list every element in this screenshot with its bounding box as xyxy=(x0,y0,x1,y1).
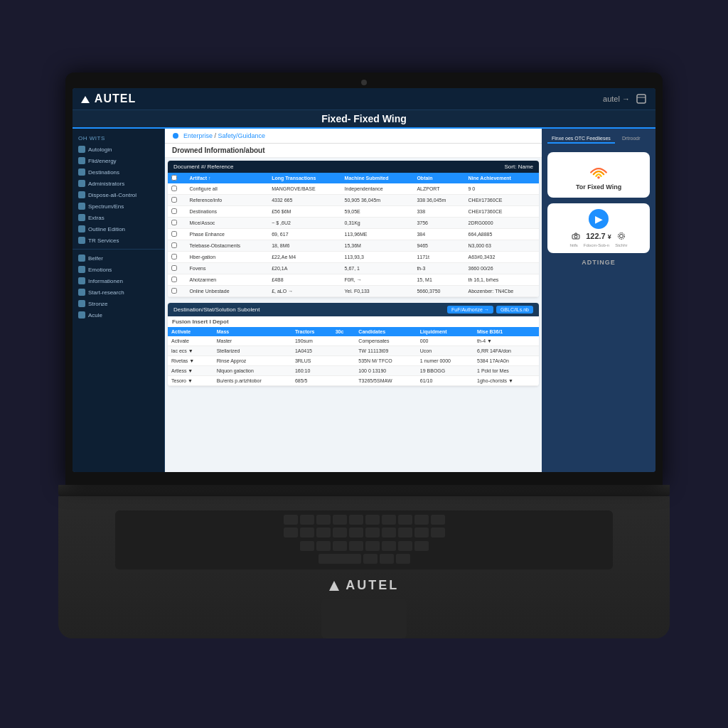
sidebar-item-info[interactable]: Informationen xyxy=(73,275,164,287)
content-title: Drowned Information/about xyxy=(165,144,542,158)
row-check[interactable] xyxy=(168,240,186,252)
brow-activate[interactable]: Activate xyxy=(168,336,213,346)
row-machine: 113,93,3 xyxy=(341,252,414,263)
select-all-checkbox[interactable] xyxy=(171,175,177,181)
brow-activate[interactable]: Rivetas ▼ xyxy=(168,356,213,366)
row-check[interactable] xyxy=(168,274,186,286)
brow-activate[interactable]: lac ecs ▼ xyxy=(168,346,213,356)
sidebar-item-destinations[interactable]: Destinations xyxy=(73,166,164,178)
row-nine: 9 0 xyxy=(465,183,539,195)
laptop-screen: AUTEL autel → Fixed- Fixed Wing xyxy=(73,88,655,472)
bcol-activate[interactable]: Activate xyxy=(168,327,213,336)
key xyxy=(396,554,410,564)
header-right: autel → xyxy=(603,93,647,105)
sidebar-item-admin[interactable]: Administrators xyxy=(73,178,164,189)
sidebar-item-dispose[interactable]: Dispose-all-Control xyxy=(73,189,164,200)
brow-activate[interactable]: Tesoro ▼ xyxy=(168,376,213,386)
device-stats: 122.7 ¥ xyxy=(572,232,626,240)
row-machine: 15,36M xyxy=(341,240,414,252)
sidebar-item-stronze[interactable]: Stronze xyxy=(73,298,164,309)
sidebar-item-emotions[interactable]: Emotions xyxy=(73,264,164,275)
touchpad[interactable] xyxy=(321,599,407,638)
laptop: AUTEL autel → Fixed- Fixed Wing xyxy=(58,73,670,655)
bcol-tractors[interactable]: Tractors xyxy=(291,327,332,336)
camera xyxy=(361,80,367,85)
row-check[interactable] xyxy=(168,286,186,297)
device-1-name: Tor Fixed Wing xyxy=(576,183,621,191)
gblc-button[interactable]: GBLC/ILs.nb xyxy=(496,306,533,314)
bottom-table-actions: FuF/Authorize → GBLC/ILs.nb xyxy=(447,306,533,314)
circle-icon xyxy=(78,225,85,232)
sidebar-item-belfer[interactable]: Belfer xyxy=(73,252,164,264)
brand-logo: AUTEL xyxy=(81,92,136,105)
col-obtain[interactable]: Obtain xyxy=(413,173,464,183)
row-nine: CHE#17360CE xyxy=(465,195,539,206)
row-type: Reference/info xyxy=(186,195,269,206)
bcol-candidates[interactable]: Candidates xyxy=(355,327,416,336)
panel-tab-2[interactable]: Drtroodr xyxy=(618,134,645,144)
row-check[interactable] xyxy=(168,183,186,195)
row-artifact: £22,Ae M4 xyxy=(268,252,341,263)
key xyxy=(316,541,331,551)
row-type: Destinations xyxy=(186,206,269,218)
sidebar-item-spectrum[interactable]: Spectrum/Ens xyxy=(73,200,164,212)
sidebar-section-secondary: Belfer Emotions Informationen Start xyxy=(73,252,164,321)
bottom-table-header: Destination/Stat/Solution Subolent FuF/A… xyxy=(168,303,539,316)
bcol-mass[interactable]: Mass xyxy=(213,327,291,336)
row-check[interactable] xyxy=(168,218,186,229)
row-type: Telebase-Obstacments xyxy=(186,240,269,252)
row-check[interactable] xyxy=(168,229,186,240)
col-nine[interactable]: Nine Achievement xyxy=(465,173,539,183)
page-title-bar: Fixed- Fixed Wing xyxy=(73,110,655,129)
bcol-30c[interactable]: 30c xyxy=(332,327,355,336)
row-check[interactable] xyxy=(168,195,186,206)
refresh-icon xyxy=(78,300,85,307)
authorize-button[interactable]: FuF/Authorize → xyxy=(447,306,493,314)
bcol-liquidment[interactable]: Liquidment xyxy=(417,327,473,336)
col-artifact[interactable]: Artifact ↑ xyxy=(186,173,269,183)
sidebar-item-outline[interactable]: Outline Edition xyxy=(73,223,164,235)
table-row: Mice/Assoc ~ $ ,6U2 0,31Kg 3756 2DRG0000 xyxy=(168,218,539,229)
brow-tractors: 190sum xyxy=(291,336,332,346)
check-icon-2 xyxy=(78,237,85,244)
settings-icon[interactable] xyxy=(636,93,647,105)
key xyxy=(300,528,314,537)
sidebar-item-acule[interactable]: Acule xyxy=(73,309,164,321)
stat-value-item: 122.7 ¥ xyxy=(586,232,611,240)
row-check[interactable] xyxy=(168,206,186,218)
main-table-section: Document #/ Reference Sort: Name Artifac… xyxy=(168,161,539,297)
table-row: Hber-gation £22,Ae M4 113,93,3 1171t A63… xyxy=(168,252,539,263)
row-obtain: 338 xyxy=(413,206,464,218)
sidebar-item-research[interactable]: Start-research xyxy=(73,287,164,298)
row-artifact: 69, 617 xyxy=(268,229,341,240)
brow-tractors: 3RLUS xyxy=(291,356,332,366)
sidebar-item-extras[interactable]: Extras xyxy=(73,212,164,223)
col-select[interactable] xyxy=(168,173,186,183)
key xyxy=(300,515,314,525)
brow-mass: Stellarized xyxy=(213,346,291,356)
device-card-2: ▶ 1 xyxy=(547,203,650,253)
row-artifact: £4B8 xyxy=(268,274,341,286)
col-machine[interactable]: Machine Submited xyxy=(341,173,414,183)
brow-candidates: 100 0 13190 xyxy=(355,366,416,376)
key xyxy=(333,515,347,525)
key xyxy=(382,541,396,551)
grid-icon-2 xyxy=(78,311,85,318)
key xyxy=(365,515,380,525)
row-check[interactable] xyxy=(168,263,186,274)
stat-labels: httfs Fdocm-Sob-n Stchhr xyxy=(569,243,627,247)
sidebar-item-autologin[interactable]: Autologin xyxy=(73,144,164,155)
screen-header: AUTEL autel → xyxy=(73,88,655,110)
sidebar-item-tr-services[interactable]: TR Services xyxy=(73,235,164,246)
row-check[interactable] xyxy=(168,252,186,263)
settings-icon-stat xyxy=(617,232,626,240)
panel-tab-1[interactable]: Flnxe oes OTC Feedlieses xyxy=(547,134,615,144)
sidebar-item-flidenergy[interactable]: Flid/energy xyxy=(73,155,164,166)
brow-activate[interactable]: Artless ▼ xyxy=(168,366,213,376)
row-obtain: 384 xyxy=(413,229,464,240)
col-long-trans[interactable]: Long Transactions xyxy=(268,173,341,183)
row-machine: 50,905 36,045m xyxy=(341,195,414,206)
row-artifact: MANGROVE/BASE xyxy=(268,183,341,195)
brow-mise: th-4 ▼ xyxy=(473,336,539,346)
bcol-mise[interactable]: Mise B36/1 xyxy=(473,327,539,336)
